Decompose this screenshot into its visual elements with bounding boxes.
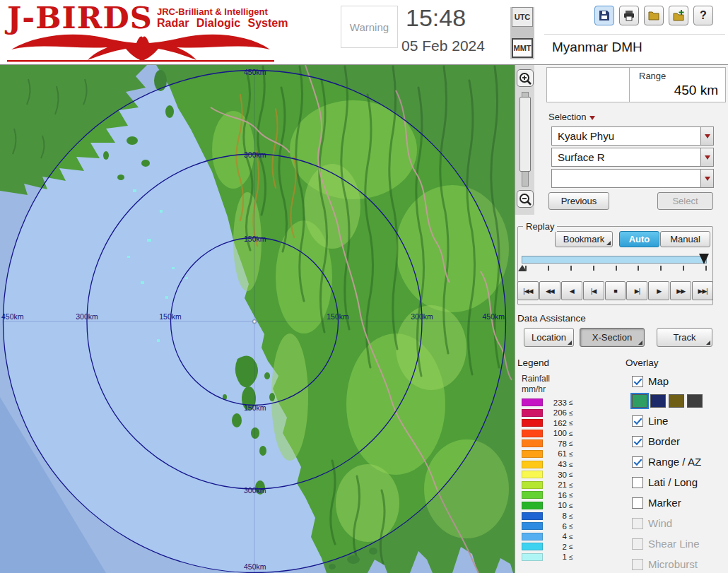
range-display: Range 450 km: [546, 67, 726, 102]
mmt-button[interactable]: MMT: [512, 38, 533, 58]
export-button[interactable]: [669, 6, 688, 25]
legend-value: 2: [546, 543, 567, 551]
map-checkbox[interactable]: [632, 376, 643, 387]
radar-map-viewport[interactable]: 450km 300km 150km 150km 300km 450km 450k…: [0, 65, 515, 573]
legend-unit-line1: Rainfall: [522, 374, 550, 384]
legend-lte: ≤: [569, 419, 573, 427]
track-button[interactable]: Track: [657, 328, 712, 347]
legend-color-swatch: [522, 471, 543, 478]
legend-row: 206≤: [522, 409, 573, 417]
zoom-slider-thumb[interactable]: [519, 97, 531, 172]
wind-checkbox: [632, 518, 643, 529]
line-checkbox[interactable]: [632, 415, 643, 427]
product-select[interactable]: Surface R: [551, 148, 714, 167]
select-button[interactable]: Select: [657, 192, 713, 210]
export-icon: [671, 8, 686, 23]
dropdown-arrow-icon[interactable]: [700, 148, 713, 166]
overlay-row: Wind: [632, 517, 728, 529]
tick: [593, 266, 594, 271]
zoom-in-button[interactable]: [517, 69, 534, 87]
fast-forward-button[interactable]: ▶▶: [670, 281, 691, 300]
dropdown-arrow-icon[interactable]: [700, 127, 713, 145]
overlay-row: Range / AZ: [632, 456, 728, 468]
bookmark-button[interactable]: Bookmark: [555, 231, 613, 247]
print-icon: [622, 8, 636, 23]
legend-color-swatch: [522, 553, 543, 561]
map-palette-swatch[interactable]: [669, 394, 684, 408]
legend-unit-line2: mm/hr: [522, 384, 550, 395]
open-button[interactable]: [644, 6, 664, 25]
legend-value: 206: [546, 408, 567, 417]
save-icon: [597, 8, 611, 23]
station-title: Myanmar DMH: [552, 40, 642, 55]
play-button[interactable]: ▶: [648, 281, 669, 300]
legend-color-swatch: [522, 491, 543, 499]
legend-row: 100≤: [522, 430, 573, 437]
svg-text:450km: 450km: [482, 312, 505, 321]
range-divider: [629, 68, 630, 102]
auto-mode-button[interactable]: Auto: [619, 231, 659, 247]
legend-lte: ≤: [569, 533, 573, 540]
zoom-slider-track[interactable]: [522, 92, 529, 187]
warning-indicator: Warning: [341, 6, 398, 48]
overlay-row: Map: [632, 375, 728, 387]
svg-text:300km: 300km: [244, 150, 266, 159]
legend-lte: ≤: [569, 461, 573, 468]
save-button[interactable]: [594, 6, 614, 25]
legend-value: 4: [546, 532, 567, 540]
map-palette-swatch[interactable]: [632, 394, 647, 408]
legend-row: 162≤: [522, 419, 573, 427]
tick: [548, 266, 549, 271]
range-az-checkbox[interactable]: [632, 456, 643, 468]
overlay-row: Microburst: [632, 558, 728, 570]
utc-button[interactable]: UTC: [512, 7, 533, 27]
radar-site-marker: [253, 320, 256, 323]
border-checkbox[interactable]: [632, 436, 643, 447]
svg-text:150km: 150km: [327, 312, 349, 321]
legend-row: 4≤: [522, 533, 573, 540]
dropdown-arrow-icon[interactable]: [700, 170, 713, 187]
timezone-toggle: UTC MMT: [510, 7, 534, 59]
extra-select[interactable]: [551, 169, 714, 188]
legend-lte: ≤: [569, 430, 573, 437]
range-value: 450 km: [674, 83, 718, 98]
step-back-button[interactable]: |◀: [583, 281, 604, 300]
map-palette-swatch[interactable]: [687, 394, 703, 408]
tick: [705, 266, 707, 271]
stop-button[interactable]: ■: [605, 281, 626, 300]
legend-value: 233: [546, 398, 567, 407]
print-button[interactable]: [619, 6, 639, 25]
fast-rewind-button[interactable]: ◀◀: [539, 281, 560, 300]
zoom-out-button[interactable]: [517, 190, 534, 208]
map-palette-swatch[interactable]: [650, 394, 666, 408]
skip-start-button[interactable]: |◀◀: [517, 281, 539, 300]
step-forward-button[interactable]: ▶|: [626, 281, 647, 300]
station-select[interactable]: Kyauk Phyu: [551, 126, 714, 146]
svg-text:450km: 450km: [1, 312, 24, 321]
lati-long-checkbox[interactable]: [632, 477, 643, 488]
xsection-button[interactable]: X-Section: [580, 328, 645, 347]
selection-arrow-icon: [589, 116, 595, 120]
timeline-position-marker[interactable]: [699, 254, 709, 264]
manual-mode-button[interactable]: Manual: [660, 231, 710, 247]
legend-lte: ≤: [569, 502, 573, 509]
reverse-play-button[interactable]: ◀: [561, 281, 582, 300]
overlay-label: Overlay: [626, 358, 659, 368]
location-button[interactable]: Location: [524, 328, 574, 347]
legend-value: 8: [546, 512, 567, 520]
warning-label: Warning: [350, 21, 389, 33]
previous-button[interactable]: Previous: [548, 192, 609, 210]
legend-row: 6≤: [522, 522, 573, 530]
tick: [683, 266, 684, 271]
header: J-BIRDS JRC-Brilliant & Intelligent Rada…: [0, 0, 728, 65]
legend-value: 10: [546, 501, 567, 509]
legend-lte: ≤: [569, 491, 573, 499]
skip-end-button[interactable]: ▶▶|: [692, 281, 713, 300]
legend-value: 21: [546, 480, 567, 489]
help-button[interactable]: ?: [693, 6, 713, 25]
marker-checkbox[interactable]: [632, 497, 643, 509]
timeline-slider[interactable]: [522, 256, 707, 264]
legend-color-swatch: [522, 450, 543, 458]
legend-value: 43: [546, 460, 567, 468]
overlay-row: Border: [632, 435, 728, 447]
